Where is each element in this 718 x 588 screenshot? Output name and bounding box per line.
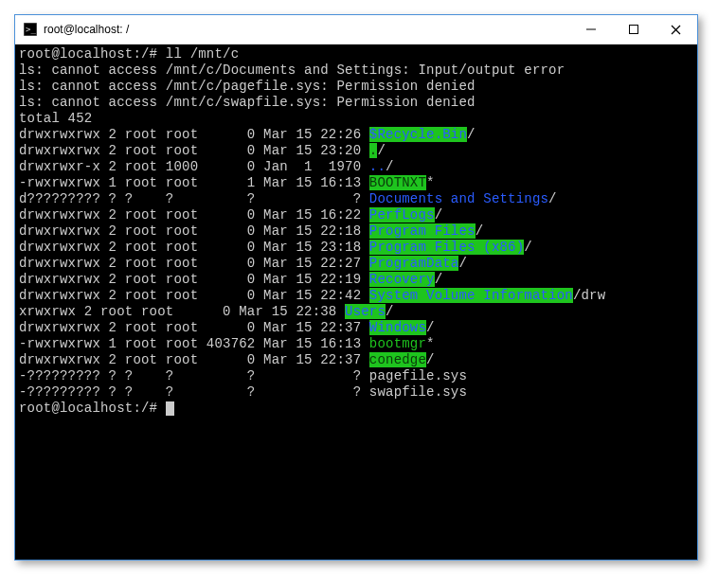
file-name: BOOTNXT: [369, 175, 426, 190]
list-item: drwxrwxr-x 2 root 1000 0 Jan 1 1970 ../: [19, 159, 394, 174]
list-item: d????????? ? ? ? ? ? Documents and Setti…: [19, 191, 557, 206]
list-item: drwxrwxrwx 2 root root 0 Mar 15 22:19 Re…: [19, 272, 442, 287]
dir-name: Documents and Settings: [369, 191, 548, 206]
dir-name: Program Files (x86): [369, 240, 524, 255]
file-name: pagefile.sys: [369, 368, 467, 383]
svg-text:>_: >_: [26, 25, 36, 34]
window-title: root@localhost: /: [44, 23, 569, 36]
list-item-wrap: xrwxrwx 2 root root 0 Mar 15 22:38 Users…: [19, 304, 394, 319]
command: ll /mnt/c: [166, 46, 239, 62]
file-name: bootmgr: [369, 336, 426, 351]
list-item: -????????? ? ? ? ? ? pagefile.sys: [19, 368, 467, 383]
minimize-button[interactable]: [569, 15, 612, 44]
dir-name: PerfLogs: [369, 207, 435, 223]
list-item: drwxrwxrwx 2 root root 0 Mar 15 22:37 Wi…: [19, 320, 435, 335]
close-button[interactable]: [655, 15, 697, 44]
prompt: root@localhost:/#: [19, 46, 166, 62]
list-item: drwxrwxrwx 2 root root 0 Mar 15 22:18 Pr…: [19, 223, 483, 239]
file-name: swapfile.sys: [369, 384, 467, 400]
dir-name: conedge: [369, 352, 426, 367]
list-item: drwxrwxrwx 2 root root 0 Mar 15 16:22 Pe…: [19, 207, 442, 223]
list-item: drwxrwxrwx 2 root root 0 Mar 15 23:18 Pr…: [19, 240, 532, 255]
dir-name: Recovery: [369, 272, 435, 287]
list-item: -rwxrwxrwx 1 root root 1 Mar 15 16:13 BO…: [19, 175, 435, 190]
dir-name: Users: [345, 304, 386, 319]
app-icon: >_: [23, 22, 38, 37]
error-line: ls: cannot access /mnt/c/swapfile.sys: P…: [19, 95, 476, 110]
terminal-output[interactable]: root@localhost:/# ll /mnt/c ls: cannot a…: [15, 45, 697, 560]
terminal-window: >_ root@localhost: / root@localhost:/# l…: [14, 14, 698, 561]
list-item: drwxrwxrwx 2 root root 0 Mar 15 23:20 ./: [19, 143, 386, 158]
list-item: -rwxrwxrwx 1 root root 403762 Mar 15 16:…: [19, 336, 435, 351]
dir-name: ..: [369, 159, 386, 174]
list-item: drwxrwxrwx 2 root root 0 Mar 15 22:37 co…: [19, 352, 435, 367]
dir-name: Windows: [369, 320, 426, 335]
dir-name: ProgramData: [369, 256, 459, 271]
error-line: ls: cannot access /mnt/c/pagefile.sys: P…: [19, 79, 476, 94]
svg-rect-3: [629, 26, 637, 34]
maximize-button[interactable]: [612, 15, 655, 44]
dir-name: Program Files: [369, 223, 476, 239]
dir-name: System Volume Information: [369, 288, 573, 303]
cursor: [166, 401, 174, 416]
dir-name: $Recycle.Bin: [369, 127, 467, 142]
total-line: total 452: [19, 111, 92, 126]
window-controls: [569, 15, 697, 44]
error-line: ls: cannot access /mnt/c/Documents and S…: [19, 62, 565, 78]
titlebar[interactable]: >_ root@localhost: /: [15, 15, 697, 45]
list-item: drwxrwxrwx 2 root root 0 Mar 15 22:42 Sy…: [19, 288, 605, 303]
list-item: -????????? ? ? ? ? ? swapfile.sys: [19, 384, 467, 400]
prompt: root@localhost:/#: [19, 401, 166, 416]
list-item: drwxrwxrwx 2 root root 0 Mar 15 22:26 $R…: [19, 127, 476, 142]
list-item: drwxrwxrwx 2 root root 0 Mar 15 22:27 Pr…: [19, 256, 467, 271]
